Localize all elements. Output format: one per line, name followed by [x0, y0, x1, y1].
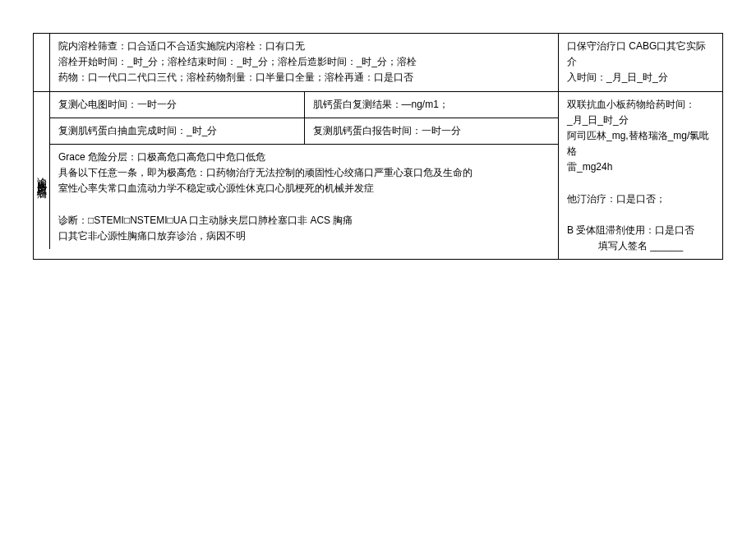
r2-right-top: 双联抗血小板药物给药时间： _月_日_时_分 阿司匹林_mg,替格瑞洛_mg/氯…	[567, 97, 714, 239]
troponin-draw-time: 复测肌钙蛋白抽血完成时间：_时_分	[49, 118, 304, 144]
subrow-troponin: 复测肌钙蛋白抽血完成时间：_时_分 复测肌钙蛋白报告时间：一时一分	[49, 118, 558, 144]
grace-l3: 室性心率失常口血流动力学不稳定或心源性休克口心肌梗死的机械并发症	[58, 181, 550, 196]
diag-l2: 口其它非心源性胸痛口放弃诊治，病因不明	[58, 228, 550, 244]
signature-line: 填写人签名 ______	[567, 238, 714, 254]
row2-vlabel: 诊观内房急留心病	[33, 92, 49, 260]
grace-l2: 具备以下任意一条，即为极高危：口药物治疗无法控制的顽固性心绞痛口严重心衰口危及生…	[58, 165, 550, 181]
ecg-retest-time: 复测心电图时间：一时一分	[49, 92, 304, 118]
r1-l2: 溶栓开始时间：_时_分；溶栓结束时间：_时_分；溶栓后造影时间：_时_分；溶栓	[58, 54, 550, 70]
row2-main: 复测心电图时间：一时一分 肌钙蛋白复测结果：—ng/m1； 复测肌钙蛋白抽血完成…	[49, 92, 558, 260]
form-table: 院内溶栓筛查：口合适口不合适实施院内溶栓：口有口无 溶栓开始时间：_时_分；溶栓…	[33, 33, 723, 260]
grace-l1: Grace 危险分层：口极高危口高危口中危口低危	[58, 150, 550, 165]
grace-cell: Grace 危险分层：口极高危口高危口中危口低危 具备以下任意一条，即为极高危：…	[49, 144, 558, 249]
r2-r4: 雷_mg24h	[567, 159, 714, 175]
row1-left-cell: 院内溶栓筛查：口合适口不合适实施院内溶栓：口有口无 溶栓开始时间：_时_分；溶栓…	[49, 34, 558, 91]
r2-r3: 阿司匹林_mg,替格瑞洛_mg/氯吡格	[567, 128, 714, 159]
r1-l1: 院内溶栓筛查：口合适口不合适实施院内溶栓：口有口无	[58, 39, 550, 54]
troponin-result: 肌钙蛋白复测结果：—ng/m1；	[304, 92, 559, 118]
row1-right-cell: 口保守治疗口 CABG口其它实际介 入时间：_月_日_时_分	[558, 34, 722, 91]
r1-l3: 药物：口一代口二代口三代；溶栓药物剂量：口半量口全量；溶栓再通：口是口否	[58, 70, 550, 85]
row-thrombolysis: 院内溶栓筛查：口合适口不合适实施院内溶栓：口有口无 溶栓开始时间：_时_分；溶栓…	[33, 33, 722, 91]
r2-r5: 他汀治疗：口是口否；	[567, 191, 714, 207]
troponin-report-time: 复测肌钙蛋白报告时间：一时一分	[304, 118, 559, 144]
row-observation: 诊观内房急留心病 复测心电图时间：一时一分 肌钙蛋白复测结果：—ng/m1； 复…	[33, 91, 722, 260]
r1-r1: 口保守治疗口 CABG口其它实际介	[567, 39, 714, 70]
row2-right-cell: 双联抗血小板药物给药时间： _月_日_时_分 阿司匹林_mg,替格瑞洛_mg/氯…	[558, 92, 722, 260]
r2-r1: 双联抗血小板药物给药时间：	[567, 97, 714, 113]
subrow-ecg: 复测心电图时间：一时一分 肌钙蛋白复测结果：—ng/m1；	[49, 92, 558, 118]
row1-vlabel-empty	[33, 34, 49, 91]
r2-r6: B 受体阻滞剂使用：口是口否	[567, 223, 714, 238]
r2-r2: _月_日_时_分	[567, 113, 714, 128]
r1-r2: 入时间：_月_日_时_分	[567, 70, 714, 85]
diag-l1: 诊断：□STEMI□NSTEMI□UA 口主动脉夹层口肺栓塞口非 ACS 胸痛	[58, 213, 550, 228]
